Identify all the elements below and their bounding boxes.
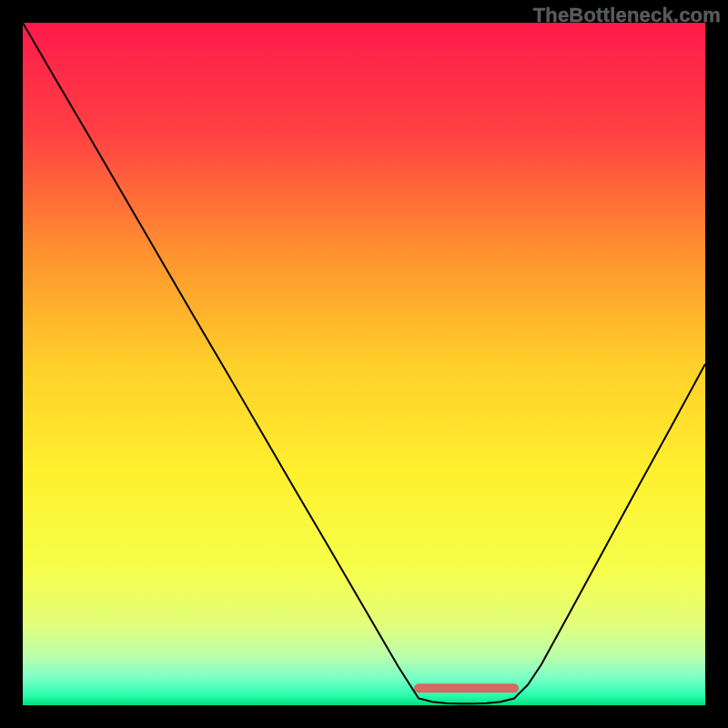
bottleneck-chart — [23, 23, 705, 705]
chart-background — [23, 23, 705, 705]
watermark: TheBottleneck.com — [533, 4, 721, 27]
chart-stage: TheBottleneck.com — [0, 0, 728, 728]
